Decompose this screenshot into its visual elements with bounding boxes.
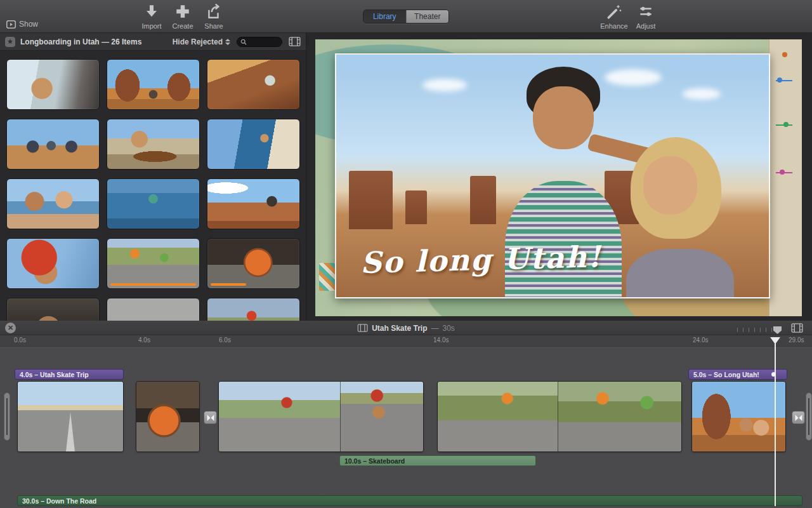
project-duration: 30s xyxy=(443,324,455,333)
close-timeline-button[interactable]: ✕ xyxy=(5,323,16,333)
share-button[interactable]: Share xyxy=(199,3,229,30)
ruler-tick: 6.0s xyxy=(219,337,231,344)
clip-thumbnail[interactable] xyxy=(6,238,100,289)
enhance-button[interactable]: Enhance xyxy=(599,3,629,30)
clip-thumbnail[interactable] xyxy=(207,298,300,321)
clip-thumbnail[interactable] xyxy=(6,178,100,229)
timeline-appearance-icon[interactable] xyxy=(791,323,803,333)
transition-icon xyxy=(795,415,802,421)
music-clip-down-the-road[interactable]: 30.0s – Down The Road xyxy=(17,495,802,506)
create-label: Create xyxy=(172,22,193,30)
clip-thumbnail[interactable] xyxy=(107,298,200,321)
clip-thumbnail[interactable] xyxy=(107,238,200,289)
imovie-window: Show Import Create Share Library xyxy=(0,0,812,508)
clip-thumbnail[interactable] xyxy=(107,119,200,170)
ruler-tick: 29.0s xyxy=(789,337,804,344)
clip-grid xyxy=(0,51,306,321)
timeline-zoom-slider[interactable] xyxy=(737,326,783,334)
playhead-handle[interactable] xyxy=(770,337,780,344)
event-title: Longboarding in Utah — 26 Items xyxy=(20,37,141,46)
search-field[interactable] xyxy=(237,37,282,47)
project-icon xyxy=(357,324,368,332)
timeline-clip-wheel[interactable] xyxy=(136,381,200,452)
timeline-clip-skaters-1[interactable] xyxy=(218,381,424,452)
adjust-label: Adjust xyxy=(636,22,656,30)
view-switcher: Library Theater xyxy=(363,10,449,23)
library-header: ★ Longboarding in Utah — 26 Items Hide R… xyxy=(0,33,306,51)
trim-handle-right[interactable] xyxy=(806,392,812,441)
timeline-clip-skaters-2[interactable] xyxy=(437,381,682,452)
tab-theater[interactable]: Theater xyxy=(406,10,449,23)
clip-thumbnail[interactable] xyxy=(207,119,300,170)
create-button[interactable]: Create xyxy=(167,3,198,30)
library-panel: ★ Longboarding in Utah — 26 Items Hide R… xyxy=(0,33,306,321)
filter-dropdown[interactable]: Hide Rejected xyxy=(173,37,223,46)
timeline-clip-road[interactable] xyxy=(17,381,124,452)
adjust-button[interactable]: Adjust xyxy=(631,3,661,30)
project-title-group: Utah Skate Trip — 30s xyxy=(357,321,455,335)
clip-thumbnail[interactable] xyxy=(6,59,100,110)
clip-thumbnail[interactable] xyxy=(207,238,300,289)
effect-clip-skateboard[interactable]: 10.0s – Skateboard xyxy=(339,455,536,466)
event-star-icon: ★ xyxy=(5,37,15,47)
timeline-ruler[interactable]: 0.0s 4.0s 6.0s 14.0s 24.0s 29.0s xyxy=(0,335,812,347)
favorite-marker xyxy=(211,283,246,286)
clip-thumbnail[interactable] xyxy=(6,298,100,321)
timeline-clip-monument[interactable] xyxy=(691,381,786,452)
clip-thumbnail[interactable] xyxy=(107,59,200,110)
transition-button[interactable] xyxy=(792,411,805,424)
adjust-sliders-icon xyxy=(631,3,661,21)
transition-icon xyxy=(207,415,214,421)
show-button[interactable]: Show xyxy=(6,20,38,29)
ruler-tick: 14.0s xyxy=(433,337,449,344)
clip-appearance-icon[interactable] xyxy=(289,37,301,46)
show-label: Show xyxy=(19,20,38,29)
show-icon xyxy=(6,20,16,29)
timeline: ✕ Utah Skate Trip — 30s 0.0s 4.0s 6.0s xyxy=(0,321,812,508)
tab-library[interactable]: Library xyxy=(363,10,406,23)
map-legend-strip xyxy=(769,39,802,316)
clip-thumbnail[interactable] xyxy=(207,59,300,110)
filter-stepper-icon[interactable] xyxy=(225,39,230,45)
main-toolbar: Show Import Create Share Library xyxy=(0,0,812,33)
title-overlay-text: So long Utah! xyxy=(360,239,602,280)
search-input[interactable] xyxy=(247,37,277,46)
enhance-wand-icon xyxy=(599,3,629,21)
import-button[interactable]: Import xyxy=(136,3,167,30)
share-icon xyxy=(199,3,229,21)
project-duration-dash: — xyxy=(431,324,439,333)
import-label: Import xyxy=(141,22,161,30)
zoom-thumb[interactable] xyxy=(773,326,782,334)
preview-viewer: So long Utah! xyxy=(306,33,812,321)
project-title: Utah Skate Trip xyxy=(372,324,427,333)
import-icon xyxy=(136,3,167,21)
ruler-tick: 0.0s xyxy=(14,337,26,344)
ruler-tick: 24.0s xyxy=(693,337,708,344)
share-label: Share xyxy=(204,22,223,30)
trim-handle-left[interactable] xyxy=(4,392,10,441)
timeline-header: ✕ Utah Skate Trip — 30s xyxy=(0,321,812,335)
playhead-line[interactable] xyxy=(775,338,776,506)
search-icon xyxy=(240,39,247,45)
clip-thumbnail[interactable] xyxy=(107,178,200,229)
clip-thumbnail[interactable] xyxy=(207,178,300,229)
preview-frame: So long Utah! xyxy=(335,53,770,298)
title-clip-utah-skate-trip[interactable]: 4.0s – Utah Skate Trip xyxy=(15,369,124,380)
content-area: ★ Longboarding in Utah — 26 Items Hide R… xyxy=(0,33,812,321)
transition-button[interactable] xyxy=(204,411,217,424)
zoom-ticks xyxy=(737,328,774,332)
enhance-label: Enhance xyxy=(600,22,627,30)
clip-thumbnail[interactable] xyxy=(6,119,100,170)
create-icon xyxy=(167,3,198,21)
ruler-tick: 4.0s xyxy=(138,337,150,344)
favorite-marker xyxy=(110,283,196,286)
